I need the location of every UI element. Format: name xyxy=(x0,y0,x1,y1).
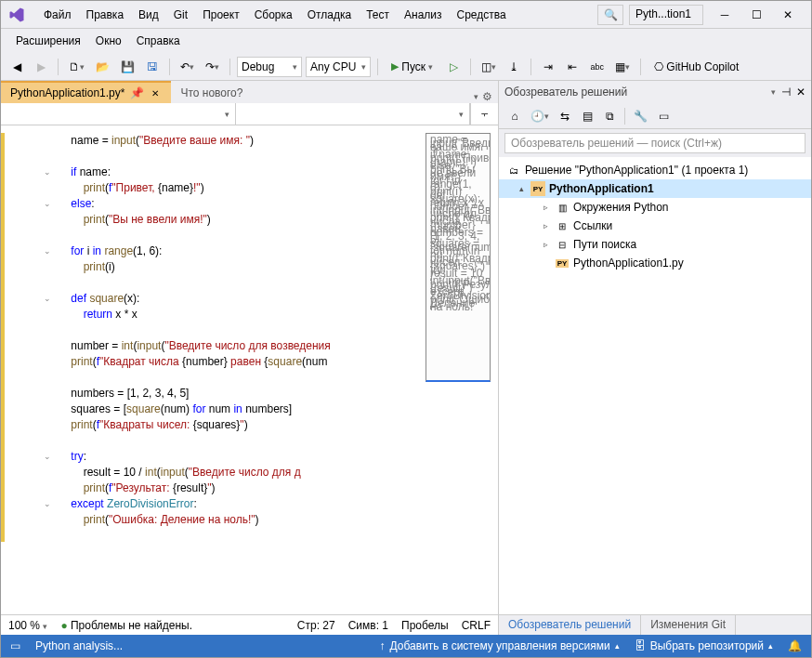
menu-Правка[interactable]: Правка xyxy=(79,5,132,25)
menu-Git[interactable]: Git xyxy=(166,5,195,25)
line-status: Стр: 27 xyxy=(297,619,335,632)
minimap[interactable]: name = input("Введите ваше имя: ") if na… xyxy=(426,133,491,382)
open-button[interactable]: 📂 xyxy=(92,57,113,77)
zoom-combo[interactable]: 100 % ▾ xyxy=(8,619,47,632)
member-combo[interactable]: ▾ xyxy=(236,103,471,125)
menu-Отладка[interactable]: Отладка xyxy=(300,5,359,25)
pane-tab-git[interactable]: Изменения Git xyxy=(641,615,736,635)
play-outline-icon: ▷ xyxy=(450,60,458,73)
comment-btn[interactable]: ▦▾ xyxy=(611,57,634,77)
new-item-button[interactable]: 🗋▾ xyxy=(65,57,88,77)
new-icon: 🗋 xyxy=(69,60,80,73)
window-title: Pyth...tion1 xyxy=(629,5,703,25)
run-without-debug-button[interactable]: ▷ xyxy=(443,57,464,77)
close-tab-button[interactable]: ✕ xyxy=(149,86,162,99)
tab-label: PythonApplication1.py* xyxy=(10,86,124,99)
step-icon: ⤓ xyxy=(509,60,518,73)
eol-status[interactable]: CRLF xyxy=(462,619,491,632)
copilot-icon: ⎔ xyxy=(654,60,663,73)
problems-status[interactable]: ● Проблемы не найдены. xyxy=(60,619,192,632)
output-icon: ▭ xyxy=(10,639,20,652)
minimize-button[interactable]: ─ xyxy=(709,3,740,27)
code-editor[interactable]: name = input("Введите ваше имя: ") ⌄ if … xyxy=(1,125,498,614)
tree-node[interactable]: PYPythonApplication1.py xyxy=(499,254,811,272)
document-tabs: PythonApplication1.py* 📌 ✕ Что нового? ▾… xyxy=(1,81,498,103)
col-status: Симв: 1 xyxy=(348,619,388,632)
spaces-status[interactable]: Пробелы xyxy=(401,619,449,632)
find-btn[interactable]: abc xyxy=(586,57,608,77)
search-button[interactable]: 🔍 xyxy=(597,5,623,25)
expand-icon[interactable]: ▹ xyxy=(540,240,551,249)
select-repo-button[interactable]: 🗄Выбрать репозиторий▴ xyxy=(635,639,773,652)
expand-icon[interactable]: ▹ xyxy=(540,221,551,230)
close-button[interactable]: ✕ xyxy=(772,3,804,27)
home-button[interactable]: ⌂ xyxy=(504,106,525,126)
tab-whatsnew[interactable]: Что нового? xyxy=(171,81,252,103)
menu-Файл[interactable]: Файл xyxy=(36,5,79,25)
forward-button[interactable]: ▶ xyxy=(31,57,51,77)
menu-Справка[interactable]: Справка xyxy=(129,31,188,51)
pane-tab-solution[interactable]: Обозреватель решений xyxy=(499,615,641,635)
editor-statusbar: 100 % ▾ ● Проблемы не найдены. Стр: 27 С… xyxy=(1,614,498,635)
preview-button[interactable]: ▭ xyxy=(653,106,674,126)
close-pane-button[interactable]: ✕ xyxy=(796,86,805,99)
pin-icon[interactable]: 📌 xyxy=(130,86,143,99)
show-all-button[interactable]: ▤ xyxy=(577,106,597,126)
outdent-btn[interactable]: ⇤ xyxy=(562,57,583,77)
menu-Вид[interactable]: Вид xyxy=(131,5,166,25)
menu-Сборка[interactable]: Сборка xyxy=(247,5,300,25)
back-button[interactable]: ◀ xyxy=(7,57,27,77)
platform-combo[interactable]: Any CPU▾ xyxy=(306,57,371,77)
collapse-button[interactable]: ⧉ xyxy=(599,106,620,126)
main-toolbar: ◀ ▶ 🗋▾ 📂 💾 🖫 ↶▾ ↷▾ Debug▾ Any CPU▾ ▶ Пус… xyxy=(1,53,811,81)
upload-icon: ↑ xyxy=(380,639,386,652)
pane-title: Обозреватель решений xyxy=(504,86,766,99)
solution-root[interactable]: 🗂 Решение "PythonApplication1" (1 проект… xyxy=(499,161,811,179)
tab-overflow-button[interactable]: ▾ xyxy=(474,92,478,101)
menu-Анализ[interactable]: Анализ xyxy=(397,5,450,25)
solution-search-input[interactable]: Обозреватель решений — поиск (Ctrl+ж) xyxy=(504,133,805,153)
tab-label: Что нового? xyxy=(180,86,242,99)
py-project-icon: PY xyxy=(530,181,545,196)
solution-icon: 🗂 xyxy=(506,163,521,178)
project-node[interactable]: ▴ PY PythonApplication1 xyxy=(499,179,811,198)
history-button[interactable]: 🕘▾ xyxy=(527,106,553,126)
save-all-button[interactable]: 🖫 xyxy=(142,57,163,77)
scope-combo[interactable]: ▾ xyxy=(1,103,236,125)
redo-button[interactable]: ↷▾ xyxy=(202,57,223,77)
analysis-status[interactable]: Python analysis... xyxy=(35,639,123,652)
copilot-button[interactable]: ⎔ GitHub Copilot xyxy=(648,57,745,77)
pane-options-button[interactable]: ▾ xyxy=(771,87,776,97)
expand-icon[interactable]: ▴ xyxy=(516,184,527,193)
config-combo[interactable]: Debug▾ xyxy=(237,57,302,77)
tree-node[interactable]: ▹▥Окружения Python xyxy=(499,198,811,217)
layout-icon: ◫ xyxy=(481,60,491,73)
solution-tree[interactable]: 🗂 Решение "PythonApplication1" (1 проект… xyxy=(499,157,811,614)
menu-Проект[interactable]: Проект xyxy=(195,5,247,25)
expand-icon[interactable]: ▹ xyxy=(540,203,551,212)
menu-Тест[interactable]: Тест xyxy=(359,5,397,25)
open-icon: 📂 xyxy=(96,60,110,73)
save-button[interactable]: 💾 xyxy=(117,57,138,77)
add-vcs-button[interactable]: ↑Добавить в систему управления версиями▴ xyxy=(380,639,620,652)
output-button[interactable]: ▭ xyxy=(10,639,20,652)
pin-button[interactable]: ⊣ xyxy=(781,86,791,99)
maximize-button[interactable]: ☐ xyxy=(740,3,772,27)
properties-button[interactable]: 🔧 xyxy=(630,106,651,126)
tab-settings-button[interactable]: ⚙ xyxy=(482,90,492,103)
tree-node[interactable]: ▹⊟Пути поиска xyxy=(499,235,811,254)
tree-node[interactable]: ▹⊞Ссылки xyxy=(499,217,811,235)
menu-Средства[interactable]: Средства xyxy=(450,5,514,25)
node-icon: PY xyxy=(555,256,570,270)
sync-button[interactable]: ⇆ xyxy=(555,106,575,126)
indent-btn[interactable]: ⇥ xyxy=(538,57,558,77)
tab-active[interactable]: PythonApplication1.py* 📌 ✕ xyxy=(1,81,171,103)
run-button[interactable]: ▶ Пуск ▾ xyxy=(385,57,439,77)
undo-button[interactable]: ↶▾ xyxy=(177,57,198,77)
menu-Окно[interactable]: Окно xyxy=(88,31,129,51)
split-button[interactable]: ⫟ xyxy=(470,103,498,125)
tool-btn-2[interactable]: ⤓ xyxy=(504,57,524,77)
notifications-button[interactable]: 🔔 xyxy=(788,639,802,652)
tool-btn-1[interactable]: ◫▾ xyxy=(478,57,500,77)
menu-Расширения[interactable]: Расширения xyxy=(8,31,88,51)
